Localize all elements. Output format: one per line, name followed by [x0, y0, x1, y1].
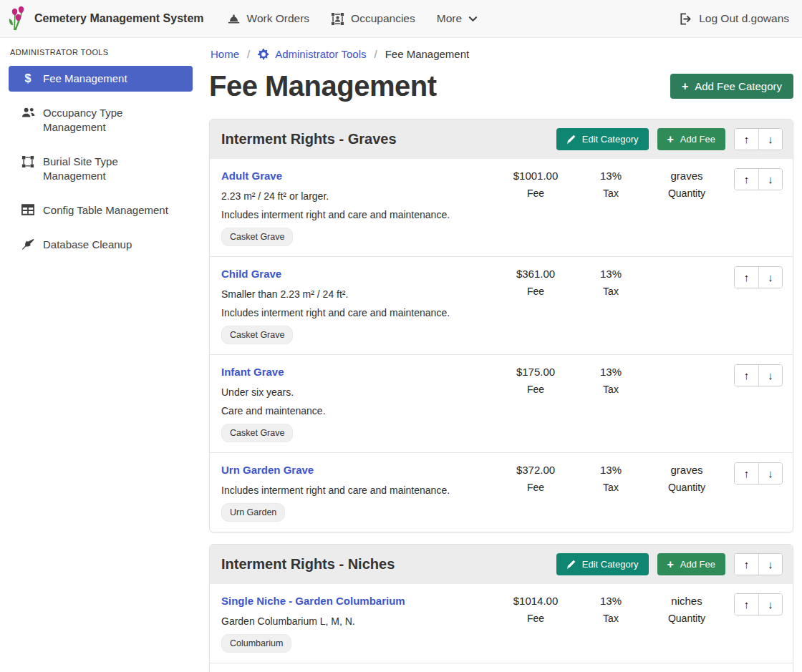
tax-rate: 13% Tax: [575, 168, 647, 199]
fee-move-down-button[interactable]: ↓: [758, 594, 782, 615]
site-type-badge: Casket Grave: [221, 424, 293, 442]
arrow-up-icon: ↑: [744, 369, 750, 381]
fee-name-link[interactable]: Single Niche - Garden Columbarium: [221, 593, 405, 609]
nav-work-orders[interactable]: Work Orders: [227, 12, 310, 26]
fee-move-down-button[interactable]: ↓: [758, 463, 782, 484]
fee-move-down-button[interactable]: ↓: [758, 365, 782, 386]
app-title: Cemetery Management System: [34, 12, 204, 25]
add-fee-label: Add Fee: [680, 134, 715, 145]
arrow-down-icon: ↓: [768, 271, 773, 283]
fee-move-up-button[interactable]: ↑: [735, 169, 758, 190]
arrow-down-icon: ↓: [768, 133, 773, 145]
fee-move-up-button[interactable]: ↑: [735, 267, 758, 288]
fee-name-link[interactable]: Urn Garden Grave: [221, 462, 314, 478]
quantity-unit: graves Quantity: [647, 168, 727, 199]
logout-link[interactable]: Log Out d.gowans: [679, 12, 789, 26]
tax-rate: 13% Tax: [575, 593, 647, 624]
gear-icon: [258, 49, 269, 60]
add-fee-button[interactable]: + Add Fee: [657, 128, 726, 150]
plus-icon: +: [667, 560, 674, 569]
breadcrumb: Home / Administrator Tools / Fee Managem…: [211, 48, 793, 60]
sidebar-item-label: Fee Management: [43, 72, 127, 86]
category-move-down-button[interactable]: ↓: [758, 554, 782, 575]
admin-sidebar: ADMINISTRATOR TOOLS $ Fee Management Occ…: [0, 38, 200, 266]
fee-row-companion-niche: Companion Niche - Garden Columbarium Gar…: [210, 663, 793, 672]
add-fee-category-button[interactable]: + Add Fee Category: [670, 74, 793, 99]
arrow-down-icon: ↓: [768, 598, 773, 610]
occupancies-icon: [331, 12, 344, 26]
category-move-up-button[interactable]: ↑: [735, 129, 758, 150]
breadcrumb-home-link[interactable]: Home: [211, 48, 239, 60]
nav-occupancies[interactable]: Occupancies: [331, 12, 415, 26]
sidebar-item-config-table-management[interactable]: Config Table Management: [9, 198, 193, 223]
edit-category-button[interactable]: Edit Category: [556, 128, 649, 150]
fee-row-infant-grave: Infant Grave Under six years. Care and m…: [210, 354, 793, 452]
sidebar-item-occupancy-type-management[interactable]: Occupancy Type Management: [9, 100, 193, 140]
table-icon: [20, 204, 36, 215]
sidebar-item-burial-site-type-management[interactable]: Burial Site Type Management: [9, 149, 193, 189]
arrow-up-icon: ↑: [744, 467, 750, 479]
sign-out-icon: [679, 12, 692, 26]
tax-rate: 13% Tax: [575, 364, 647, 395]
fee-reorder-controls: ↑ ↓: [734, 364, 783, 386]
breadcrumb-admin-tools-label: Administrator Tools: [275, 48, 366, 60]
sidebar-item-database-cleanup[interactable]: Database Cleanup: [9, 232, 193, 258]
add-fee-category-label: Add Fee Category: [695, 80, 782, 92]
arrow-down-icon: ↓: [768, 558, 773, 570]
arrow-down-icon: ↓: [768, 369, 773, 381]
tax-rate: 13% Tax: [575, 266, 647, 297]
fee-name-link[interactable]: Child Grave: [221, 266, 281, 282]
edit-category-label: Edit Category: [582, 134, 639, 145]
users-icon: [20, 107, 36, 119]
fee-amount: $1014.00 Fee: [496, 593, 575, 624]
fee-description: Includes interment right and care and ma…: [221, 306, 496, 319]
site-type-badge: Casket Grave: [221, 326, 293, 344]
category-reorder-controls: ↑ ↓: [734, 553, 783, 575]
nav-more-menu[interactable]: More: [437, 12, 478, 25]
fee-description: Includes interment right and care and ma…: [221, 208, 496, 221]
fee-reorder-controls: ↑ ↓: [734, 168, 783, 190]
hard-hat-icon: [227, 12, 241, 26]
fee-reorder-controls: ↑ ↓: [734, 593, 783, 615]
category-header: Interment Rights - Graves Edit Category …: [210, 120, 793, 159]
fee-move-up-button[interactable]: ↑: [735, 463, 758, 484]
top-navbar: Cemetery Management System Work Orders O…: [0, 0, 802, 38]
tax-rate: 13% Tax: [575, 462, 647, 493]
fee-description: 2.23 m² / 24 ft² or larger.: [221, 190, 496, 203]
breadcrumb-separator: /: [374, 48, 377, 60]
dollar-icon: $: [20, 72, 36, 85]
arrow-up-icon: ↑: [744, 173, 750, 185]
fee-amount: $361.00 Fee: [496, 266, 575, 297]
pencil-icon: [566, 135, 576, 144]
fee-move-down-button[interactable]: ↓: [758, 267, 782, 288]
category-move-up-button[interactable]: ↑: [735, 554, 758, 575]
category-title: Interment Rights - Niches: [221, 556, 395, 573]
plus-icon: +: [667, 135, 674, 144]
add-fee-button[interactable]: + Add Fee: [657, 553, 726, 575]
sidebar-item-label: Burial Site Type Management: [43, 155, 179, 183]
logout-label: Log Out d.gowans: [699, 12, 789, 25]
fee-amount: $175.00 Fee: [496, 364, 575, 395]
fee-move-up-button[interactable]: ↑: [735, 594, 758, 615]
site-type-badge: Columbarium: [221, 634, 291, 653]
sidebar-heading: ADMINISTRATOR TOOLS: [10, 48, 191, 57]
fee-amount: $372.00 Fee: [496, 462, 575, 493]
fee-move-down-button[interactable]: ↓: [758, 169, 782, 190]
category-move-down-button[interactable]: ↓: [758, 129, 782, 150]
edit-category-label: Edit Category: [582, 559, 639, 570]
vector-square-icon: [20, 155, 36, 168]
fee-move-up-button[interactable]: ↑: [735, 365, 758, 386]
fee-name-link[interactable]: Infant Grave: [221, 364, 284, 380]
fee-row-adult-grave: Adult Grave 2.23 m² / 24 ft² or larger. …: [210, 159, 793, 256]
fee-description: Garden Columbarium L, M, N.: [221, 615, 496, 628]
breadcrumb-admin-tools-link[interactable]: Administrator Tools: [258, 48, 366, 60]
tulip-logo-icon: [9, 6, 27, 31]
app-brand[interactable]: Cemetery Management System: [9, 6, 204, 31]
sidebar-item-fee-management[interactable]: $ Fee Management: [9, 66, 193, 92]
add-fee-label: Add Fee: [680, 559, 715, 570]
sidebar-item-label: Occupancy Type Management: [43, 106, 179, 135]
edit-category-button[interactable]: Edit Category: [556, 553, 649, 575]
fee-name-link[interactable]: Adult Grave: [221, 168, 282, 184]
fee-amount: $1001.00 Fee: [496, 168, 575, 199]
fee-row-child-grave: Child Grave Smaller than 2.23 m² / 24 ft…: [210, 256, 793, 354]
